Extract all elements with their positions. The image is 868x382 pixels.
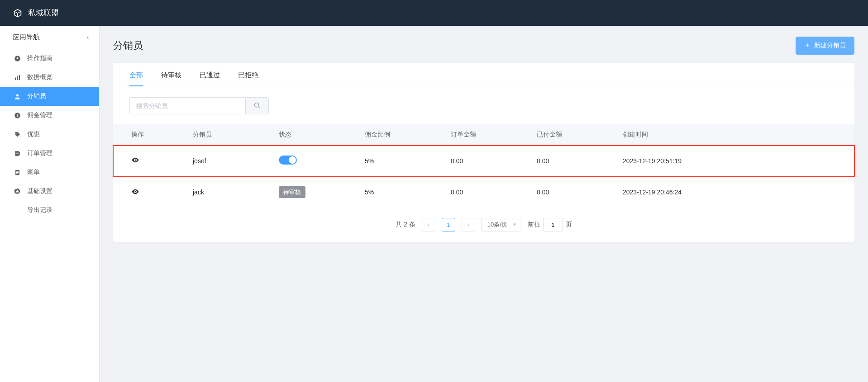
pagination-next-button[interactable] xyxy=(462,218,475,231)
pagination-goto-suffix: 页 xyxy=(566,221,572,229)
distributor-table: 操作 分销员 状态 佣金比例 订单金额 已付金额 创建时间 josef5%0.0… xyxy=(113,124,854,208)
sidebar-item-label: 操作指南 xyxy=(27,54,52,62)
pagination-goto-prefix: 前往 xyxy=(528,221,540,229)
th-paid: 已付金额 xyxy=(529,124,615,146)
menu-icon xyxy=(14,169,21,176)
svg-rect-14 xyxy=(16,173,18,174)
menu-icon xyxy=(14,188,21,195)
cell-rate: 5% xyxy=(358,146,444,176)
pagination: 共 2 条 1 10条/页 前往 页 xyxy=(113,208,854,231)
sidebar-item[interactable]: 账单 xyxy=(0,163,99,182)
th-rate: 佣金比例 xyxy=(358,124,444,146)
th-order: 订单金额 xyxy=(444,124,529,146)
cell-created-at: 2023-12-19 20:46:24 xyxy=(615,176,854,208)
table-row: jack待审核5%0.000.002023-12-19 20:46:24 xyxy=(113,176,854,208)
th-action: 操作 xyxy=(113,124,186,146)
th-status: 状态 xyxy=(272,124,358,146)
menu-icon xyxy=(14,207,21,214)
menu-icon xyxy=(14,150,21,157)
new-distributor-button[interactable]: 新建分销员 xyxy=(796,37,854,55)
svg-rect-8 xyxy=(15,151,18,152)
search-button[interactable] xyxy=(245,97,269,114)
menu-icon: $ xyxy=(14,112,21,119)
status-toggle[interactable] xyxy=(279,156,297,165)
sidebar-item[interactable]: 操作指南 xyxy=(0,49,99,68)
view-icon[interactable] xyxy=(131,188,139,196)
menu-icon xyxy=(14,74,21,81)
cell-paid-amount: 0.00 xyxy=(529,176,615,208)
content-card: 全部待审核已通过已拒绝 操作 xyxy=(113,63,854,242)
menu-icon xyxy=(14,131,21,138)
sidebar-item-label: 优惠 xyxy=(27,130,40,138)
sidebar-collapse-icon[interactable] xyxy=(86,34,90,41)
svg-point-19 xyxy=(135,160,136,161)
cube-icon xyxy=(13,8,23,18)
svg-rect-13 xyxy=(16,172,19,172)
search-icon xyxy=(253,102,261,110)
sidebar-title: 应用导航 xyxy=(13,33,40,42)
pagination-prev-button[interactable] xyxy=(422,218,435,231)
sidebar: 应用导航 操作指南数据概览分销员$佣金管理优惠订单管理账单基础设置导出记录 xyxy=(0,26,100,382)
cell-rate: 5% xyxy=(358,176,444,208)
pagination-page-1[interactable]: 1 xyxy=(442,218,455,231)
sidebar-item[interactable]: 分销员 xyxy=(0,87,99,106)
th-name: 分销员 xyxy=(186,124,272,146)
sidebar-item-label: 数据概览 xyxy=(27,73,52,81)
th-created: 创建时间 xyxy=(615,124,854,146)
cell-name: josef xyxy=(186,146,272,176)
svg-point-20 xyxy=(135,191,136,192)
view-icon[interactable] xyxy=(131,156,139,164)
tab[interactable]: 已通过 xyxy=(200,71,220,86)
cell-name: jack xyxy=(186,176,272,208)
brand-title: 私域联盟 xyxy=(28,8,59,18)
cell-created-at: 2023-12-19 20:51:19 xyxy=(615,146,854,176)
sidebar-item[interactable]: 导出记录 xyxy=(0,201,99,220)
search-input[interactable] xyxy=(129,97,245,114)
svg-rect-9 xyxy=(15,153,18,153)
sidebar-item[interactable]: $佣金管理 xyxy=(0,106,99,125)
pagination-goto-input[interactable] xyxy=(543,218,563,231)
sidebar-item-label: 基础设置 xyxy=(27,187,52,195)
svg-rect-10 xyxy=(19,151,20,155)
cell-paid-amount: 0.00 xyxy=(529,146,615,176)
sidebar-item-label: 佣金管理 xyxy=(27,111,52,119)
tab[interactable]: 全部 xyxy=(129,71,143,86)
pagination-size-select[interactable]: 10条/页 xyxy=(482,218,521,231)
svg-line-18 xyxy=(258,107,260,108)
cell-order-amount: 0.00 xyxy=(444,176,529,208)
brand: 私域联盟 xyxy=(13,8,59,18)
svg-rect-1 xyxy=(14,77,16,80)
sidebar-item-label: 账单 xyxy=(27,168,40,176)
sidebar-item[interactable]: 数据概览 xyxy=(0,68,99,87)
cell-order-amount: 0.00 xyxy=(444,146,529,176)
new-button-label: 新建分销员 xyxy=(814,42,846,50)
page-title: 分销员 xyxy=(113,39,143,52)
cell-status xyxy=(272,146,358,176)
sidebar-item-label: 订单管理 xyxy=(27,149,52,157)
sidebar-item[interactable]: 基础设置 xyxy=(0,182,99,201)
sidebar-item[interactable]: 订单管理 xyxy=(0,144,99,163)
main-content: 分销员 新建分销员 全部待审核已通过已拒绝 xyxy=(100,26,868,382)
svg-rect-3 xyxy=(19,75,20,80)
svg-rect-12 xyxy=(16,171,19,171)
svg-point-4 xyxy=(16,94,19,96)
tab[interactable]: 已拒绝 xyxy=(238,71,258,86)
status-badge: 待审核 xyxy=(279,186,305,198)
sidebar-item-label: 分销员 xyxy=(27,92,46,100)
tab[interactable]: 待审核 xyxy=(161,71,181,86)
cell-status: 待审核 xyxy=(272,176,358,208)
svg-point-17 xyxy=(255,103,259,107)
sidebar-item-label: 导出记录 xyxy=(27,206,52,214)
svg-rect-2 xyxy=(17,76,18,80)
menu-icon xyxy=(14,93,21,100)
sidebar-item[interactable]: 优惠 xyxy=(0,125,99,144)
pagination-total: 共 2 条 xyxy=(396,221,415,229)
table-row: josef5%0.000.002023-12-19 20:51:19 xyxy=(113,146,854,176)
top-header: 私域联盟 xyxy=(0,0,868,26)
menu-icon xyxy=(14,55,21,62)
plus-icon xyxy=(804,42,811,50)
